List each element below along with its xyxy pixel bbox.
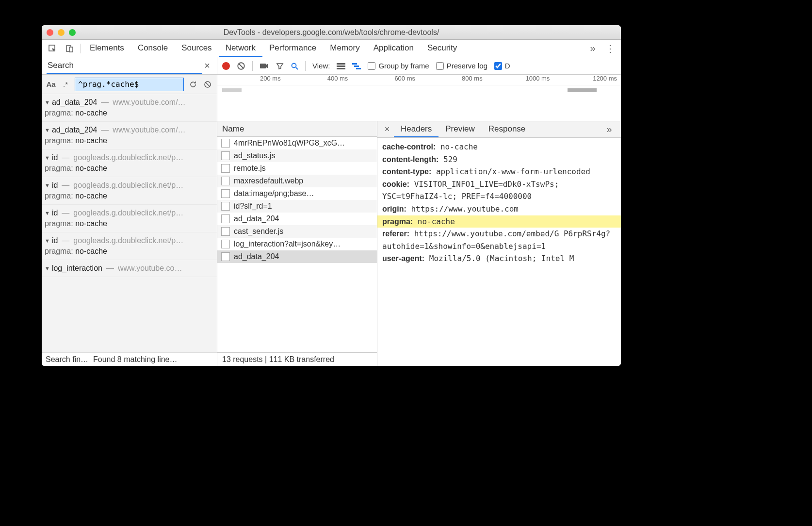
camera-icon[interactable] [260, 62, 269, 70]
zoom-window-button[interactable] [69, 29, 76, 36]
search-result-group[interactable]: ▼id—googleads.g.doubleclick.net/p…pragma… [42, 149, 217, 177]
result-value: no-cache [75, 247, 107, 255]
more-tabs-icon[interactable]: » [601, 121, 618, 137]
result-name: id [52, 209, 58, 217]
name-column-header[interactable]: Name [217, 121, 377, 137]
search-result-group[interactable]: ▼ad_data_204—www.youtube.com/…pragma: no… [42, 122, 217, 149]
divider [252, 61, 253, 71]
record-button[interactable] [222, 62, 230, 70]
file-icon [221, 240, 230, 248]
tab-sources[interactable]: Sources [175, 40, 218, 57]
preserve-log-checkbox[interactable]: Preserve log [436, 62, 487, 70]
filter-icon[interactable] [276, 62, 284, 70]
kebab-menu-icon[interactable]: ⋮ [601, 40, 619, 57]
divider [305, 61, 306, 71]
file-icon [221, 214, 230, 223]
svg-rect-2 [69, 47, 73, 52]
header-line[interactable]: user-agent: Mozilla/5.0 (Macintosh; Inte… [382, 252, 616, 265]
header-line[interactable]: cache-control: no-cache [382, 141, 616, 153]
request-row[interactable]: maxresdefault.webp [217, 175, 377, 187]
request-name: ad_data_204 [234, 252, 279, 261]
network-panel: View: Group by frame Preserve log D 200 … [217, 57, 621, 366]
request-name: ad_data_204 [234, 214, 279, 223]
request-row[interactable]: remote.js [217, 162, 377, 175]
request-row[interactable]: ad_data_204 [217, 250, 377, 263]
request-name: data:image/png;base… [234, 189, 314, 198]
detail-tab-response[interactable]: Response [482, 121, 533, 137]
tab-security[interactable]: Security [421, 40, 464, 57]
waterfall-icon[interactable] [352, 63, 361, 69]
header-key: origin: [382, 205, 406, 213]
header-line[interactable]: referer: https://www.youtube.com/embed/G… [382, 228, 616, 252]
request-row[interactable]: data:image/png;base… [217, 187, 377, 200]
clear-icon[interactable] [237, 62, 245, 70]
request-row[interactable]: ad_data_204 [217, 213, 377, 225]
svg-rect-5 [260, 64, 266, 68]
search-result-group[interactable]: ▼id—googleads.g.doubleclick.net/p…pragma… [42, 232, 217, 260]
file-icon [221, 164, 230, 173]
search-result-group[interactable]: ▼log_interaction—www.youtube.co… [42, 260, 217, 277]
group-by-frame-checkbox[interactable]: Group by frame [368, 62, 429, 70]
search-input-row: Aa .* [42, 75, 217, 94]
network-timeline[interactable]: 200 ms400 ms600 ms800 ms1000 ms1200 ms [217, 75, 621, 121]
device-toggle-icon[interactable] [61, 40, 79, 57]
result-key: pragma: [45, 219, 73, 228]
tab-application[interactable]: Application [367, 40, 421, 57]
request-row[interactable]: 4mrRnEPnWo81qWPG8_xcG… [217, 137, 377, 149]
request-row[interactable]: ad_status.js [217, 149, 377, 162]
large-rows-icon[interactable] [337, 63, 345, 69]
tab-memory[interactable]: Memory [323, 40, 366, 57]
request-row[interactable]: id?slf_rd=1 [217, 200, 377, 213]
header-value: no-cache [440, 142, 478, 151]
timeline-bar [222, 88, 242, 92]
inspect-icon[interactable] [44, 40, 61, 57]
header-line[interactable]: origin: https://www.youtube.com [382, 203, 616, 215]
tab-console[interactable]: Console [131, 40, 175, 57]
more-tabs-icon[interactable]: » [584, 40, 601, 57]
chevron-down-icon: ▼ [45, 182, 50, 188]
header-value: 529 [443, 155, 457, 164]
chevron-down-icon: ▼ [45, 127, 50, 133]
header-line[interactable]: content-type: application/x-www-form-url… [382, 165, 616, 178]
close-icon[interactable]: × [202, 60, 212, 71]
headers-content: cache-control: no-cachecontent-length: 5… [377, 138, 621, 366]
file-icon [221, 252, 230, 261]
result-key: pragma: [45, 136, 73, 145]
header-line[interactable]: pragma: no-cache [377, 215, 621, 228]
tab-performance[interactable]: Performance [262, 40, 323, 57]
tab-elements[interactable]: Elements [83, 40, 131, 57]
search-tab-label[interactable]: Search [47, 57, 202, 74]
clear-icon[interactable] [202, 81, 213, 88]
request-name: ad_status.js [234, 151, 275, 160]
timeline-tick: 1200 ms [553, 75, 621, 85]
header-line[interactable]: content-length: 529 [382, 153, 616, 166]
search-result-group[interactable]: ▼ad_data_204—www.youtube.com/…pragma: no… [42, 94, 217, 122]
tab-network[interactable]: Network [219, 40, 262, 57]
header-key: pragma: [382, 217, 413, 226]
detail-tab-preview[interactable]: Preview [438, 121, 481, 137]
request-row[interactable]: cast_sender.js [217, 225, 377, 238]
case-sensitive-toggle[interactable]: Aa [46, 80, 56, 88]
refresh-icon[interactable] [188, 81, 198, 88]
search-result-group[interactable]: ▼id—googleads.g.doubleclick.net/p…pragma… [42, 177, 217, 205]
result-path: www.youtube.com/… [113, 98, 185, 107]
timeline-tick: 1000 ms [487, 75, 554, 85]
regex-toggle[interactable]: .* [60, 80, 71, 88]
chevron-down-icon: ▼ [45, 99, 50, 105]
detail-tab-headers[interactable]: Headers [394, 121, 438, 137]
svg-rect-9 [337, 68, 345, 69]
search-icon[interactable] [291, 62, 298, 70]
header-line[interactable]: cookie: VISITOR_INFO1_LIVE=dDk0-xTswPs; … [382, 178, 616, 203]
chevron-down-icon: ▼ [45, 238, 50, 244]
close-window-button[interactable] [47, 29, 53, 36]
disable-cache-checkbox[interactable]: D [494, 62, 510, 70]
minimize-window-button[interactable] [58, 29, 65, 36]
header-value: application/x-www-form-urlencoded [436, 167, 590, 176]
timeline-tick: 200 ms [217, 75, 285, 85]
main-tabs: ElementsConsoleSourcesNetworkPerformance… [42, 40, 621, 57]
result-value: no-cache [75, 109, 107, 117]
search-input[interactable] [75, 78, 184, 91]
request-row[interactable]: log_interaction?alt=json&key… [217, 238, 377, 250]
search-result-group[interactable]: ▼id—googleads.g.doubleclick.net/p…pragma… [42, 205, 217, 232]
close-detail-icon[interactable]: × [380, 121, 394, 137]
